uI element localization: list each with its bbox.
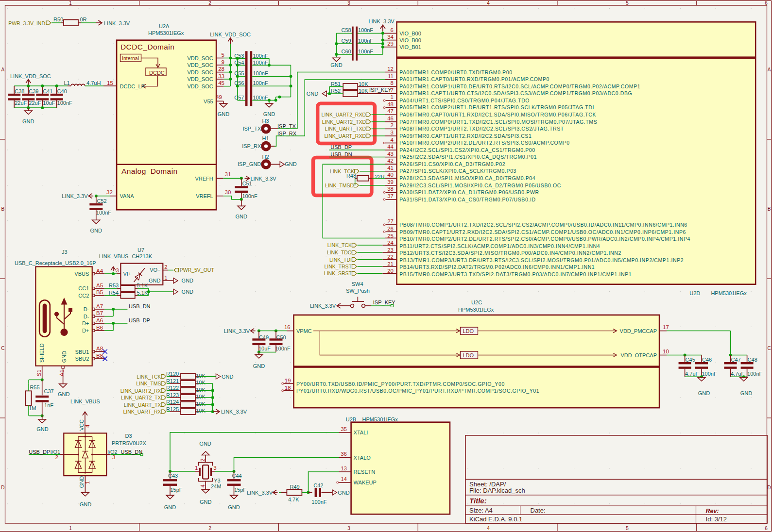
svg-text:SW4: SW4 [352,281,363,287]
svg-text:WAKEUP: WAKEUP [354,480,377,485]
svg-text:LINK_3.3V: LINK_3.3V [62,193,88,199]
svg-text:6: 6 [765,0,768,6]
svg-text:PRTR5V0U2X: PRTR5V0U2X [112,440,146,446]
svg-text:C38: C38 [15,88,24,94]
svg-text:27: 27 [387,218,394,224]
svg-text:S1: S1 [36,369,42,376]
svg-text:C55: C55 [234,70,244,76]
svg-text:44: 44 [387,144,394,150]
svg-text:49: 49 [216,94,222,100]
svg-text:Analog_Domain: Analog_Domain [121,167,178,175]
svg-text:VPMC: VPMC [296,328,312,334]
svg-text:GND: GND [218,111,230,117]
svg-text:LINK_3.3V: LINK_3.3V [224,328,250,334]
svg-text:GND: GND [200,499,212,505]
svg-text:B7: B7 [96,310,103,316]
svg-text:21: 21 [387,261,394,267]
svg-text:PB15/TMR0.COMP3/URT3.TXD/SPI2.: PB15/TMR0.COMP3/URT3.TXD/SPI2.DAT3/TRGM0… [399,271,632,277]
svg-text:10K: 10K [196,408,206,414]
svg-text:H3: H3 [262,118,269,124]
svg-text:ISP_KEY: ISP_KEY [369,87,392,93]
svg-text:USB_DN: USB_DN [330,151,352,157]
svg-text:U2B: U2B [346,416,356,422]
svg-text:PA01/TMR1.CAPT0/URT0.RXD/TRGM0: PA01/TMR1.CAPT0/URT0.RXD/TRGM0.P01/ACMP.… [399,76,549,82]
svg-text:LINK_TMS: LINK_TMS [136,381,161,386]
svg-text:100nF: 100nF [253,70,268,76]
svg-text:23: 23 [387,247,394,253]
svg-text:D+: D+ [82,328,89,333]
svg-text:ISP_TX: ISP_TX [242,126,261,132]
svg-text:C50: C50 [276,334,286,340]
svg-text:LINK_UART_TXD: LINK_UART_TXD [325,126,366,132]
svg-text:10K: 10K [359,88,368,94]
svg-text:3: 3 [213,465,216,471]
svg-text:13: 13 [341,466,347,471]
svg-text:100nF: 100nF [253,53,268,59]
svg-text:GND: GND [338,490,350,496]
svg-text:43: 43 [387,151,394,157]
svg-text:U2A: U2A [159,23,170,29]
svg-text:GND: GND [61,351,67,363]
svg-text:1nF: 1nF [44,402,53,408]
svg-text:GND: GND [199,441,211,447]
svg-text:C44: C44 [232,473,242,479]
svg-text:D+: D+ [82,320,89,326]
svg-text:ISP_GND: ISP_GND [238,161,261,167]
svg-text:40: 40 [387,172,394,178]
svg-text:32: 32 [106,189,113,195]
svg-text:22uF: 22uF [29,100,41,106]
svg-text:3: 3 [347,0,350,6]
svg-text:10uF: 10uF [258,346,271,351]
svg-text:PB14/URT3.RXD/SPI2.DAT2/TRGM0.: PB14/URT3.RXD/SPI2.DAT2/TRGM0.P02/ADC0.I… [399,264,595,270]
svg-text:D-: D- [84,306,89,312]
svg-text:ISP_TX: ISP_TX [277,123,296,129]
svg-text:R53: R53 [109,283,119,288]
svg-text:LINK_TDO: LINK_TDO [327,249,352,255]
svg-text:CH213K: CH213K [132,253,152,259]
svg-text:100nF: 100nF [253,60,268,66]
svg-text:C42: C42 [313,482,323,488]
svg-text:4.7K: 4.7K [288,497,299,502]
svg-text:C53: C53 [234,53,244,59]
svg-text:PA05/TMR1.COMP2/URT1.DE/URT1.R: PA05/TMR1.COMP2/URT1.DE/URT1.RTS/SPI0.SC… [399,104,594,110]
svg-text:LINK_UART2_TXD: LINK_UART2_TXD [322,119,366,125]
svg-text:100nF: 100nF [358,49,373,54]
svg-text:PB12/URT3.CTS/I2C3.SDA/SPI2.MI: PB12/URT3.CTS/I2C3.SDA/SPI2.MISO/TRGM0.P… [399,250,621,256]
svg-text:PA24/I2C2.SCL/SPI1.CS2/XPI0.CA: PA24/I2C2.SCL/SPI1.CS2/XPI0.CA_CS1/TRGM0… [399,147,535,153]
svg-text:C37: C37 [44,388,54,394]
svg-text:USB_DP: USB_DP [330,144,352,150]
svg-text:GND: GND [236,214,248,219]
svg-text:PA09/TMR0.CAPT1/URT2.RXD/I2C2.: PA09/TMR0.CAPT1/URT2.RXD/I2C2.SDA/SPI3.C… [399,133,532,139]
svg-text:100nF: 100nF [275,346,291,351]
svg-text:100nF: 100nF [253,95,268,100]
svg-text:4.7uH: 4.7uH [86,80,101,86]
svg-text:1M: 1M [29,405,36,411]
svg-text:48: 48 [387,101,394,107]
svg-text:DCDC_Domain: DCDC_Domain [120,43,174,51]
svg-text:DCDC_LP: DCDC_LP [120,83,145,89]
svg-text:File: DAP.kicad_sch: File: DAP.kicad_sch [469,487,525,494]
svg-text:R49: R49 [290,484,300,490]
svg-text:5: 5 [222,52,224,58]
svg-text:C60: C60 [342,49,351,54]
svg-text:1: 1 [164,275,167,281]
svg-text:R51: R51 [331,81,341,87]
svg-text:VIO_B00: VIO_B00 [399,31,421,36]
svg-text:SBU2: SBU2 [75,356,89,362]
svg-text:100nF: 100nF [57,100,72,106]
svg-text:GND: GND [253,363,265,369]
svg-text:15pF: 15pF [234,487,246,493]
svg-text:C52: C52 [97,198,107,204]
svg-text:PA27/SPI1.SCLK/XPI0.CA_SCLK/TR: PA27/SPI1.SCLK/XPI0.CA_SCLK/TRGM0.P03 [399,168,516,174]
svg-text:ISP_KEY: ISP_KEY [373,299,396,305]
svg-text:R52: R52 [331,88,341,94]
svg-text:LINK_UART_RXD: LINK_UART_RXD [324,133,366,139]
svg-text:LINK_TCK: LINK_TCK [327,242,352,248]
svg-text:GND: GND [698,390,710,396]
svg-text:DCDC: DCDC [149,70,165,76]
svg-text:10: 10 [663,349,669,354]
svg-text:3: 3 [347,526,350,531]
svg-text:PB08/TMR0.COMP1/URT2.TXD/I2C2.: PB08/TMR0.COMP1/URT2.TXD/I2C2.SCL/SPI2.C… [399,222,687,228]
svg-text:VDD_SOC: VDD_SOC [188,69,213,75]
svg-text:GND: GND [149,278,161,283]
